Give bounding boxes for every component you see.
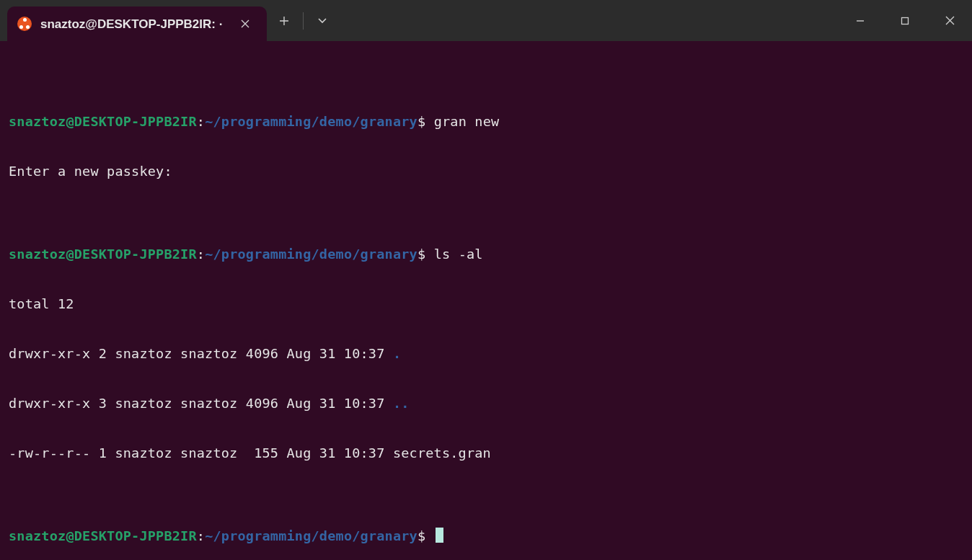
prompt-colon: : bbox=[197, 246, 205, 262]
prompt-path: ~/programming/demo/granary bbox=[205, 114, 417, 129]
output-line: drwxr-xr-x 2 snaztoz snaztoz 4096 Aug 31… bbox=[9, 345, 972, 362]
prompt-at: @ bbox=[66, 528, 74, 543]
output-line: drwxr-xr-x 3 snaztoz snaztoz 4096 Aug 31… bbox=[9, 395, 972, 412]
cursor bbox=[436, 528, 443, 543]
svg-rect-0 bbox=[902, 17, 909, 24]
minimize-button[interactable] bbox=[838, 0, 883, 41]
prompt-at: @ bbox=[66, 114, 74, 129]
prompt-colon: : bbox=[197, 528, 205, 543]
plus-icon bbox=[279, 16, 289, 26]
dir-name: .. bbox=[393, 396, 410, 411]
prompt-user: snaztoz bbox=[9, 246, 66, 262]
prompt-at: @ bbox=[66, 246, 74, 262]
minimize-icon bbox=[855, 16, 865, 26]
new-tab-button[interactable] bbox=[273, 9, 296, 32]
ubuntu-icon bbox=[17, 17, 32, 31]
output-line: -rw-r--r-- 1 snaztoz snaztoz 155 Aug 31 … bbox=[9, 445, 972, 461]
prompt-symbol: $ bbox=[417, 528, 425, 543]
maximize-icon bbox=[901, 17, 909, 25]
prompt-path: ~/programming/demo/granary bbox=[205, 246, 417, 262]
output-text: Enter a new passkey: bbox=[9, 164, 172, 179]
prompt-host: DESKTOP-JPPB2IR bbox=[74, 528, 197, 543]
output-text: drwxr-xr-x 3 snaztoz snaztoz 4096 Aug 31… bbox=[9, 396, 393, 411]
tab-dropdown-button[interactable] bbox=[311, 9, 334, 32]
maximize-button[interactable] bbox=[883, 0, 927, 41]
tab-actions bbox=[273, 9, 334, 32]
tab-title: snaztoz@DESKTOP-JPPB2IR: · bbox=[40, 16, 225, 32]
prompt-user: snaztoz bbox=[9, 114, 66, 129]
chevron-down-icon bbox=[317, 17, 327, 25]
command-text: ls -al bbox=[434, 246, 483, 262]
output-text: -rw-r--r-- 1 snaztoz snaztoz 155 Aug 31 … bbox=[9, 445, 491, 461]
prompt-symbol: $ bbox=[417, 246, 425, 262]
close-icon bbox=[241, 19, 249, 28]
prompt-host: DESKTOP-JPPB2IR bbox=[74, 114, 197, 129]
close-icon bbox=[945, 16, 955, 25]
output-text: drwxr-xr-x 2 snaztoz snaztoz 4096 Aug 31… bbox=[9, 346, 393, 361]
titlebar: snaztoz@DESKTOP-JPPB2IR: · bbox=[0, 0, 972, 41]
output-line: total 12 bbox=[9, 295, 972, 312]
output-line: Enter a new passkey: bbox=[9, 163, 972, 179]
close-window-button[interactable] bbox=[927, 0, 972, 41]
active-tab[interactable]: snaztoz@DESKTOP-JPPB2IR: · bbox=[7, 6, 267, 41]
prompt-line-current: snaztoz@DESKTOP-JPPB2IR:~/programming/de… bbox=[9, 528, 972, 544]
prompt-line: snaztoz@DESKTOP-JPPB2IR:~/programming/de… bbox=[9, 246, 972, 262]
prompt-user: snaztoz bbox=[9, 528, 66, 543]
prompt-colon: : bbox=[197, 114, 205, 129]
prompt-line: snaztoz@DESKTOP-JPPB2IR:~/programming/de… bbox=[9, 113, 972, 130]
command-text: gran new bbox=[434, 114, 500, 129]
output-text: total 12 bbox=[9, 296, 74, 311]
dir-name: . bbox=[393, 346, 401, 361]
window-controls bbox=[838, 0, 972, 41]
prompt-symbol: $ bbox=[417, 114, 425, 129]
prompt-path: ~/programming/demo/granary bbox=[205, 528, 417, 543]
prompt-host: DESKTOP-JPPB2IR bbox=[74, 246, 197, 262]
tab-divider bbox=[303, 12, 304, 30]
close-tab-button[interactable] bbox=[234, 12, 257, 35]
terminal[interactable]: snaztoz@DESKTOP-JPPB2IR:~/programming/de… bbox=[0, 41, 972, 560]
